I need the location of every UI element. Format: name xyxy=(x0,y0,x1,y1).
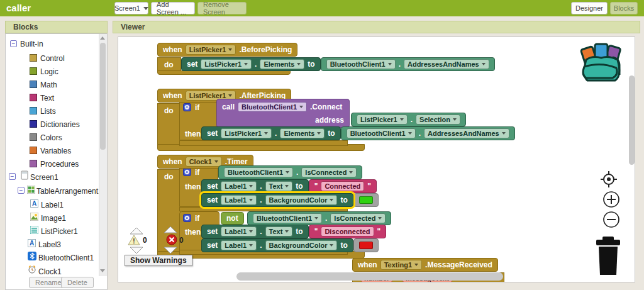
block-set-backgroundcolor-green[interactable]: set Label1 . BackgroundColor to xyxy=(201,193,379,207)
blocks-canvas[interactable]: do when ListPicker1 .BeforePicking set L… xyxy=(118,36,635,282)
property-dropdown[interactable]: BackgroundColor xyxy=(265,195,338,205)
warnings-up-icon[interactable] xyxy=(130,227,143,235)
trash-icon[interactable] xyxy=(592,235,624,277)
component-dropdown[interactable]: Clock1 xyxy=(186,157,222,167)
scroll-down-icon[interactable] xyxy=(100,269,105,272)
block-set-text-disconnected[interactable]: set Label1 . Text to " Disconnected " xyxy=(201,225,386,238)
palette-item-lists[interactable]: Lists xyxy=(40,106,56,116)
component-dropdown[interactable]: Label1 xyxy=(221,240,257,250)
block-getter-selection[interactable]: ListPicker1 . Selection xyxy=(351,113,466,126)
block-getter-isconnected[interactable]: BluetoothClient1 . IsConnected xyxy=(218,165,362,179)
palette-item-procedures[interactable]: Procedures xyxy=(40,159,79,169)
listpicker-icon xyxy=(30,225,38,237)
delete-button[interactable]: Delete xyxy=(61,277,94,288)
component-dropdown[interactable]: BluetoothClient1 xyxy=(224,167,293,177)
block-getter-addressesandnames[interactable]: BluetoothClient1 . AddressesAndNames xyxy=(321,57,495,71)
tree-item-listpicker1[interactable]: ListPicker1 xyxy=(41,226,78,237)
palette-item-control[interactable]: Control xyxy=(40,53,65,64)
property-dropdown[interactable]: AddressesAndNames xyxy=(424,128,509,138)
block-getter-isconnected[interactable]: BluetoothClient1 . IsConnected xyxy=(247,211,391,225)
string-value[interactable]: Connected xyxy=(321,181,364,191)
block-when-beforepicking[interactable]: when ListPicker1 .BeforePicking xyxy=(157,43,297,57)
component-dropdown[interactable]: BluetoothClient1 xyxy=(326,59,396,69)
component-dropdown[interactable]: ListPicker1 xyxy=(186,45,236,55)
palette-header-label: Blocks xyxy=(13,23,38,31)
block-call-connect[interactable]: call BluetoothClient1 .Connect address xyxy=(216,99,350,128)
canvas-vertical-scrollbar[interactable] xyxy=(629,75,635,165)
zoom-in-icon[interactable] xyxy=(602,191,620,208)
tree-item-label3[interactable]: Label3 xyxy=(38,240,61,250)
palette-item-colors[interactable]: Colors xyxy=(40,133,62,143)
add-screen-button[interactable]: Add Screen ... xyxy=(151,2,195,14)
warning-icon[interactable]: ! xyxy=(128,235,140,245)
palette-item-math[interactable]: Math xyxy=(40,80,57,90)
tree-item-bluetoothclient1[interactable]: BluetoothClient1 xyxy=(38,253,94,263)
property-dropdown[interactable]: Selection xyxy=(416,114,460,125)
property-dropdown[interactable]: BackgroundColor xyxy=(265,240,338,250)
block-set-text-connected[interactable]: set Label1 . Text to " Connected " xyxy=(201,179,377,193)
tree-item-clock1[interactable]: Clock1 xyxy=(38,267,62,277)
backpack-icon[interactable] xyxy=(577,38,625,86)
block-text-string[interactable]: " Disconnected " xyxy=(309,225,387,238)
component-dropdown[interactable]: Texting1 xyxy=(380,260,422,270)
property-dropdown[interactable]: AddressesAndNames xyxy=(404,59,489,69)
designer-button[interactable]: Designer xyxy=(571,2,608,14)
component-dropdown[interactable]: BluetoothClient1 xyxy=(253,213,322,223)
component-dropdown[interactable]: Label1 xyxy=(221,195,257,205)
dropdown-label: BluetoothClient1 xyxy=(228,169,283,176)
tree-item-built-in[interactable]: Built-in xyxy=(20,39,43,49)
mutator-gear-icon[interactable]: ⚙ xyxy=(183,214,191,222)
block-set-elements[interactable]: set ListPicker1 . Elements to BluetoothC… xyxy=(181,57,495,71)
blocks-button[interactable]: Blocks xyxy=(610,2,638,14)
block-set-backgroundcolor-red[interactable]: set Label1 . BackgroundColor to xyxy=(201,238,379,252)
block-not[interactable]: not xyxy=(221,211,244,225)
property-dropdown[interactable]: Text xyxy=(265,226,293,237)
collapse-icon[interactable]: − xyxy=(9,173,16,180)
palette-item-dictionaries[interactable]: Dictionaries xyxy=(40,120,80,130)
component-dropdown[interactable]: ListPicker1 xyxy=(221,128,272,138)
tree-item-screen1[interactable]: Screen1 xyxy=(30,172,58,182)
palette-scrollbar-thumb[interactable] xyxy=(100,43,106,150)
component-dropdown[interactable]: ListPicker1 xyxy=(357,114,408,125)
collapse-icon[interactable]: − xyxy=(10,40,17,47)
mutator-gear-icon[interactable]: ⚙ xyxy=(183,168,191,176)
block-getter-addressesandnames[interactable]: BluetoothClient1 . AddressesAndNames xyxy=(341,126,515,140)
palette-item-text[interactable]: Text xyxy=(40,93,54,103)
property-dropdown[interactable]: Elements xyxy=(260,59,304,69)
tree-item-label1[interactable]: Label1 xyxy=(41,200,64,210)
error-icon[interactable] xyxy=(166,234,177,245)
property-dropdown[interactable]: IsConnected xyxy=(330,213,386,223)
block-color-green[interactable] xyxy=(353,193,379,207)
string-value[interactable]: Disconnected xyxy=(321,226,374,237)
block-color-red[interactable] xyxy=(353,238,379,252)
block-bottom-bar xyxy=(157,70,291,75)
property-dropdown[interactable]: IsConnected xyxy=(301,167,357,177)
component-dropdown[interactable]: ListPicker1 xyxy=(201,59,252,69)
center-blocks-icon[interactable] xyxy=(600,170,618,188)
palette-item-variables[interactable]: Variables xyxy=(40,146,71,156)
canvas-horizontal-scrollbar[interactable] xyxy=(236,272,503,281)
scroll-up-icon[interactable] xyxy=(100,36,105,40)
component-dropdown[interactable]: BluetoothClient1 xyxy=(347,128,416,138)
block-text-string[interactable]: " Connected " xyxy=(309,179,377,193)
viewer-header: Viewer xyxy=(113,21,640,33)
palette-item-logic[interactable]: Logic xyxy=(40,67,58,77)
show-warnings-button[interactable]: Show Warnings xyxy=(125,255,192,266)
remove-screen-button[interactable]: Remove Screen xyxy=(197,2,247,14)
block-when-messagereceived[interactable]: when Texting1 .MessageReceived xyxy=(352,258,498,272)
warnings-down-icon[interactable] xyxy=(130,247,143,254)
zoom-out-icon[interactable] xyxy=(602,211,620,228)
tree-item-tablearrangement1[interactable]: TableArrangement1 xyxy=(36,186,103,196)
component-dropdown[interactable]: Label1 xyxy=(221,226,257,237)
component-dropdown[interactable]: BluetoothClient1 xyxy=(238,102,307,112)
component-dropdown[interactable]: Label1 xyxy=(221,181,257,191)
collapse-icon[interactable]: − xyxy=(18,187,25,194)
screen-selector[interactable]: Screen1 xyxy=(114,2,148,14)
tree-item-image1[interactable]: Image1 xyxy=(41,213,66,223)
property-dropdown[interactable]: Text xyxy=(265,181,293,191)
errors-up-icon[interactable] xyxy=(164,226,177,233)
errors-down-icon[interactable] xyxy=(164,247,177,254)
block-set-elements[interactable]: set ListPicker1 . Elements to BluetoothC… xyxy=(201,126,515,140)
mutator-gear-icon[interactable]: ⚙ xyxy=(183,103,191,111)
property-dropdown[interactable]: Elements xyxy=(280,128,325,138)
